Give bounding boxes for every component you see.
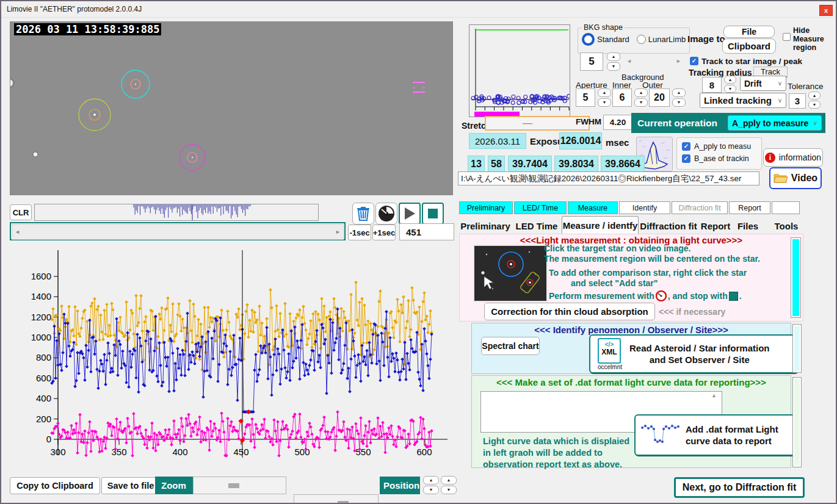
status-tab-diffraction[interactable]: Diffraction fit <box>672 201 728 214</box>
operation-checkbox-group: ✓ A_pply to measu ✓ B_ase of trackin <box>676 137 762 170</box>
aperture-spin-down[interactable]: ▼ <box>598 98 611 107</box>
tab-report[interactable]: Report <box>698 218 733 234</box>
tab-files[interactable]: Files <box>734 218 762 234</box>
apply-to-measure-checkbox[interactable]: ✓ <box>682 142 690 151</box>
zoom-slider-thumb[interactable] <box>228 483 239 488</box>
identify-section: <<< Identify penomenon / Observer / Site… <box>471 323 791 374</box>
hide-measure-checkbox[interactable] <box>783 33 791 41</box>
chevron-down-icon: ∨ <box>813 120 817 126</box>
tab-diffraction-fit[interactable]: Diffraction fit <box>640 218 697 234</box>
stretch-slider-thumb[interactable]: — <box>523 118 532 129</box>
status-tab-blank[interactable] <box>772 201 800 214</box>
tab-led-time[interactable]: LED Time <box>513 218 560 234</box>
current-operation-select[interactable]: A_pply to measure ∨ <box>728 115 822 131</box>
section2-scrollbar[interactable] <box>792 324 802 373</box>
svg-text:0: 0 <box>46 434 51 444</box>
svg-text:600: 600 <box>416 447 432 457</box>
measure-run-button[interactable] <box>375 203 397 225</box>
minus-1sec-button[interactable]: -1sec <box>348 225 371 240</box>
preview-scrollbar[interactable]: ◄ ► <box>625 56 683 66</box>
outer-spin-up[interactable]: ▲ <box>672 88 686 97</box>
track-to-star-checkbox[interactable]: ✓ <box>690 57 698 65</box>
outer-spin-down[interactable]: ▼ <box>672 98 686 107</box>
svg-text:350: 350 <box>111 447 126 457</box>
delete-button[interactable] <box>352 203 374 225</box>
image-to-file-button[interactable]: File <box>723 26 775 38</box>
close-button[interactable]: x <box>819 5 833 16</box>
zoom-slider[interactable] <box>193 477 286 494</box>
tolerance-spin-down[interactable]: ▼ <box>808 101 821 109</box>
frame-number-field[interactable]: 451 <box>399 223 454 240</box>
plus-1sec-button[interactable]: +1sec <box>372 225 396 240</box>
tracking-radius-field[interactable]: 8 <box>702 77 722 93</box>
tab-preliminary[interactable]: Preliminary <box>459 218 512 234</box>
copy-to-clipboard-button[interactable]: Copy to Clipboard <box>10 477 100 494</box>
section3-scrollbar[interactable] <box>792 377 802 467</box>
next-diffraction-button[interactable]: Next, go to Diffraction fit <box>674 477 805 498</box>
svg-text:200: 200 <box>36 414 51 424</box>
svg-text:1600: 1600 <box>31 271 51 281</box>
tracking-radius-spin-down[interactable]: ▼ <box>724 85 736 93</box>
zoom-spin-down[interactable]: ▼ <box>423 486 439 494</box>
save-to-file-button[interactable]: Save to file <box>101 477 160 494</box>
lunarlimb-radio[interactable] <box>637 35 646 44</box>
outer-field[interactable]: 20 <box>649 88 670 107</box>
clear-button[interactable]: CLR <box>10 204 32 220</box>
standard-radio[interactable] <box>582 33 595 46</box>
time-sec3-field: 39.8664 <box>601 156 645 172</box>
scroll-right-arrow[interactable]: ► <box>335 229 341 235</box>
status-tab-identify[interactable]: Identify <box>619 201 670 214</box>
aperture-spin-up[interactable]: ▲ <box>598 88 611 97</box>
inner-field[interactable]: 6 <box>612 88 632 107</box>
position-slider[interactable] <box>294 494 379 504</box>
frames-spinner-field[interactable]: 5 <box>580 52 603 71</box>
scroll-left-arrow[interactable]: ◄ <box>15 229 20 235</box>
open-video-button[interactable]: Video <box>769 167 822 189</box>
information-button[interactable]: i information <box>763 148 823 167</box>
video-frame[interactable]: 2026 03 11 13:58:39:885 <box>10 21 453 195</box>
tracking-radius-spin-up[interactable]: ▲ <box>724 76 736 84</box>
stop-icon <box>428 209 438 218</box>
track-to-star-label: Track to star image / peak <box>701 57 802 66</box>
aperture-field[interactable]: 5 <box>576 88 595 107</box>
spectral-chart-button[interactable]: Spectral chart <box>481 337 540 355</box>
add-dat-button[interactable]: Add .dat format Light curve data to repo… <box>634 414 797 456</box>
status-tab-led-time[interactable]: LED/ Time <box>514 201 567 214</box>
standard-radio-label: Standard <box>597 35 629 44</box>
status-tab-measure[interactable]: Measure <box>568 201 618 214</box>
image-to-clipboard-button[interactable]: Clipboard <box>722 38 776 54</box>
tolerance-label: Tolerance <box>788 82 824 91</box>
tab-measure-identify[interactable]: Measure / identfy <box>562 216 639 234</box>
position-spin-down[interactable]: ▼ <box>441 486 457 494</box>
thin-cloud-correction-button[interactable]: Correction for thin cloud absorption <box>484 303 655 320</box>
preview-scroll-left[interactable]: ◄ <box>626 58 632 64</box>
base-of-tracking-checkbox[interactable]: ✓ <box>682 154 690 163</box>
report-data-section: <<< Make a set of .dat format light curv… <box>471 375 791 468</box>
play-button[interactable] <box>399 203 421 225</box>
position-spin-up[interactable]: ▲ <box>441 476 457 484</box>
instruction-line5: Perform mesurement with , and stop with … <box>549 290 742 301</box>
frames-spin-down[interactable]: ▼ <box>607 62 620 71</box>
inner-spin-up[interactable]: ▲ <box>634 88 648 97</box>
preview-scroll-right[interactable]: ► <box>676 58 681 64</box>
linked-tracking-select[interactable]: Linked tracking ∨ <box>700 93 786 108</box>
tolerance-field[interactable]: 3 <box>789 93 806 109</box>
section1-scrollbar[interactable] <box>791 237 801 318</box>
read-occelmnt-button[interactable]: </> XML occelmnt Read Asteroid / Star in… <box>589 334 798 373</box>
status-tab-preliminary[interactable]: Preliminary <box>459 201 513 214</box>
tab-tools[interactable]: Tools <box>770 218 802 234</box>
stretch-slider[interactable]: — <box>485 116 590 131</box>
zoom-spin-up[interactable]: ▲ <box>423 476 439 484</box>
stop-button[interactable] <box>422 203 444 225</box>
status-tab-report[interactable]: Report <box>729 201 770 214</box>
svg-text:800: 800 <box>36 352 51 362</box>
drift-select[interactable]: Drift ∨ <box>740 76 786 91</box>
frames-spin-up[interactable]: ▲ <box>607 52 620 61</box>
file-path-field[interactable]: I:\A-えんぺい観測\観測記録2026\20260311◎Rickfienbe… <box>458 171 759 185</box>
instruction-line2: The measurement region will be centered … <box>544 254 760 264</box>
tolerance-spin-up[interactable]: ▲ <box>808 92 821 99</box>
inner-spin-down[interactable]: ▼ <box>634 98 648 107</box>
instruction-line1: Click the target star on video image. <box>544 243 690 253</box>
frame-scrollbar[interactable]: ◄ ► <box>10 222 346 240</box>
position-slider-thumb[interactable] <box>338 501 349 504</box>
